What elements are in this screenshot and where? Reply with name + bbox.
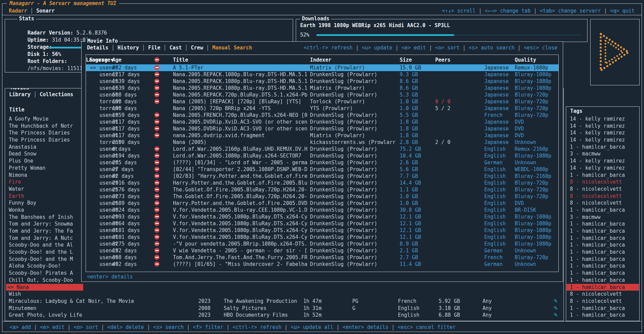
keybind-hint: <←→> change tab [485,8,530,14]
tag-item[interactable]: 1 - hamilcar_barca [567,263,639,270]
result-quality: Bluray-1080p [515,78,551,85]
search-result-row[interactable]: usenet0 daysLord.of.War.2005.2160p.BluRa… [86,146,558,152]
tab-sonarr[interactable]: Sonarr [36,8,54,14]
search-result-row[interactable]: usenet3275 days-"V pour vendetta.2005.BR… [86,241,558,247]
search-result-row[interactable]: torrent193 daysNana (2005) [REPACK] [720… [86,98,558,105]
movie-min-availability: Any [483,312,492,319]
tag-item[interactable]: 1 - hamilcar_barca [567,249,639,256]
movie-row[interactable]: Minutemen2008Salty Pictures1h 31mGEnglis… [5,305,563,312]
search-result-row[interactable]: usenet2576 daysThe.Goblet.Of.Fire.2005.B… [86,186,558,193]
tag-item[interactable]: 1 - hamilcar_barca [567,284,639,291]
rejected-icon [154,220,159,227]
tag-item[interactable]: 1 - hamilcar_barca [567,235,639,242]
tag-item[interactable]: 1 - hamilcar_barca [567,221,639,228]
tag-item[interactable]: 1 - hamilcar_barca [567,256,639,263]
column-header-language[interactable]: Language [86,56,110,64]
search-result-row[interactable]: usenet3117 daysNana.2005.DVDRip.XviD.AC3… [86,119,558,125]
search-result-row[interactable]: usenet3117 daysnana.2005.dvdrip.xvid.fra… [86,132,558,139]
search-result-row[interactable]: usenet3024 daysV.for.Vendetta.2005.Blu-r… [86,207,558,213]
tag-item[interactable]: 1 - hamilcar_barca [567,144,639,151]
column-header-indexer[interactable]: Indexer [310,56,331,64]
search-result-row[interactable]: usenet3101 daysV.for.Vendetta.2005.1080p… [86,227,558,234]
result-language: English [484,186,506,193]
movie-row[interactable]: Great Photo, Lovely Life2023HBO Document… [5,312,563,319]
tag-item[interactable]: 1 - hamilcar_barca [567,305,639,312]
tag-item[interactable]: 8 - nicolecolvett [567,200,639,207]
tab-file[interactable]: File [148,45,160,51]
search-result-row[interactable]: usenet1217 daysNana.2005.REPACK.1080p.Bl… [86,71,558,78]
column-header-title[interactable]: Title [173,56,188,64]
tag-item[interactable]: 1 - hamilcar_barca [567,207,639,214]
search-result-row[interactable]: usenet2689 daysHarry.Potter.and.the.Gobl… [86,200,558,207]
search-result-row[interactable]: torrent2190 daysNana (2005)kickasstorren… [86,139,558,146]
search-result-row[interactable]: usenet285 days(????) [01/34] - "Lord of … [86,159,558,166]
movie-row[interactable]: => Nana [5,284,563,291]
search-result-row[interactable]: usenet3064 daysV.for.Vendetta.2005.1080p… [86,220,558,227]
search-result-row[interactable]: usenet2916 daysHarry.Potter.and.the.Gobl… [86,180,558,186]
result-language: English [484,227,506,234]
column-header-quality[interactable]: Quality [515,56,536,64]
tag-item[interactable]: 14 - kelly ramirez [567,137,639,144]
result-language: Japanese [484,64,509,71]
result-size: 15.9 GB [400,64,421,71]
search-result-row[interactable]: usenet82 days[02/83] "Harry.Potter.and.t… [86,173,558,180]
search-result-row[interactable]: usenet2993 daysV.for.Vendetta.2005.1080p… [86,213,558,220]
tab-details[interactable]: Details [87,45,108,51]
tag-item[interactable]: 1 - hamilcar_barca [567,312,639,319]
tab-manual-search[interactable]: Manual Search [212,45,252,51]
tag-item[interactable]: 14 - kelly ramirez [567,129,639,137]
search-result-row[interactable]: usenet1639 daysNana.2005.REPACK.1080p.Bl… [86,78,558,85]
result-age: 1639 days [112,78,140,85]
tag-item[interactable]: 8 - nicolecolvett [567,298,639,305]
tag-item[interactable]: 1 - hamilcar_barca [567,277,639,284]
movie-runtime: 1h 31m [303,305,321,312]
tag-item[interactable]: 14 - kelly ramirez [567,123,639,130]
tags-list: 14 - kelly ramirez14 - kelly ramirez14 -… [567,116,639,319]
search-result-row[interactable]: usenet3101 daysV.for.Vendetta.2005.1080p… [86,234,558,241]
tab-cast[interactable]: Cast [170,45,182,51]
tab-collections[interactable]: Collections [40,91,73,98]
tag-item[interactable]: 8 - nicolecolvett [567,186,639,193]
tag-item[interactable]: 1 - hamilcar_barca [567,270,639,277]
result-peers: 2 / 0 [435,139,450,146]
tab-library[interactable]: Library [9,91,30,98]
tag-item[interactable]: 3 - macmww [567,214,639,221]
movie-row[interactable]: Wish [5,291,563,298]
tag-item[interactable]: 3 - macmww [567,150,639,158]
tag-item[interactable]: 14 - kelly ramirez [567,158,639,165]
search-result-row[interactable]: usenet492 days(????) [01/65] - "Miss Und… [86,261,558,268]
tag-item[interactable]: 14 - kelly ramirez [567,116,639,123]
search-result-row[interactable]: =>usenet802 daysA 5.1-PTerMiatrix (Prowl… [86,64,558,71]
tab-radarr[interactable]: Radarr [9,8,27,14]
tag-item[interactable]: 1 - hamilcar_barca [567,242,639,249]
search-result-row[interactable]: torrent193 daysNana (2005) 720p BRRip x2… [86,105,558,112]
tab-crew[interactable]: Crew [191,45,203,51]
tag-item[interactable]: 8 - nicolecolvett [567,291,639,298]
search-result-row[interactable]: usenet398 daysTom.And.Jerry.The.Fast.And… [86,254,558,261]
rejected-icon [154,186,159,193]
result-title: The.Goblet.Of.Fire.2005.BluRay.720p.H264… [173,186,307,193]
search-result-row[interactable]: usenet508 daysNana.2005.REPACK.720p.BluR… [86,91,558,98]
result-size: 12.1 GB [400,213,421,220]
search-result-row[interactable]: usenet3117 daysNana.2005.DVDRip.XviD.AC3… [86,125,558,132]
tag-item[interactable]: 1 - hamilcar_barca [567,228,639,235]
tag-item[interactable]: 14 - kelly ramirez [567,165,639,172]
search-result-row[interactable]: usenet27 days[02/44] "Transporter 2.2005… [86,166,558,173]
tag-item[interactable]: 8 - nicolecolvett [567,193,639,200]
search-result-row[interactable]: usenet1059 daysNana.2005.FRENCH.720p.Blu… [86,112,558,119]
column-header-size[interactable]: Size [400,56,412,64]
tag-item[interactable]: 1 - hamilcar_barca [567,172,639,179]
search-result-row[interactable]: usenet192 daysV wie Vendetta - 2005 - ge… [86,247,558,254]
column-header-peers[interactable]: Peers [435,56,450,64]
search-result-row[interactable]: usenet1639 daysNana.2005.REPACK.1080p.Bl… [86,85,558,91]
result-age: 3101 days [112,227,140,234]
movies-tabs: Library │ Collections [9,91,73,98]
movie-row[interactable]: Miraculous: Ladybug & Cat Noir, The Movi… [5,298,563,305]
column-header-age[interactable]: Age [112,56,121,64]
tag-item[interactable]: 8 - nicolecolvett [567,179,639,186]
search-result-row[interactable]: usenet3273 daysThe.Goblet.Of.Fire.2005.B… [86,193,558,200]
search-result-row[interactable]: usenet3194 daysLord.of.War.2005.1080p.Bl… [86,152,558,159]
tab-history[interactable]: History [117,45,139,51]
result-size: 1.0 GB [400,200,418,207]
result-title: Tom.And.Jerry.The.Fast.And.The.Furry.200… [173,254,307,261]
